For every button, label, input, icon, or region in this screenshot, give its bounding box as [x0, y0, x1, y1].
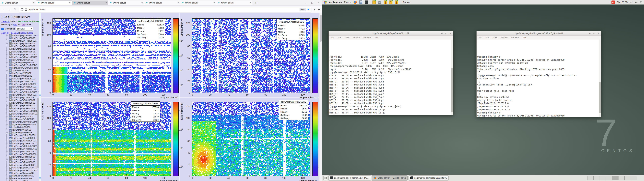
- applications-menu-icon[interactable]: [324, 1, 327, 4]
- taskbar-window-button[interactable]: Online server — Mozilla Firefox: [372, 176, 407, 180]
- tree-item[interactable]: lowEnergyExRateDSSD1: [6, 50, 39, 53]
- tab-close-icon[interactable]: ×: [214, 2, 215, 4]
- tree-item[interactable]: highEnergyXYDSSD3: [6, 131, 39, 134]
- terminal-launcher-icon[interactable]: >_: [365, 0, 368, 4]
- reload-link[interactable]: reload: [20, 32, 26, 34]
- url-bar[interactable]: localhost:8085 90% ★: [19, 7, 311, 12]
- tree-item[interactable]: lowEnergyEyYRate1sDSSD3: [6, 147, 39, 150]
- splitter-handle[interactable]: [39, 94, 41, 96]
- workspace-cell[interactable]: [612, 176, 618, 180]
- menu-item[interactable]: Edit: [338, 36, 341, 39]
- clear-link[interactable]: clear: [28, 32, 33, 34]
- workspace-cell[interactable]: [631, 176, 637, 180]
- tree-item[interactable]: lowEnergyEyYTotalDSSD3: [6, 153, 39, 155]
- tree-item[interactable]: lowEnergyEyYRate1sDSSD2: [6, 91, 39, 93]
- tree-item[interactable]: xyMultiplicityDSSD2: [6, 69, 39, 72]
- monitoring-checkbox[interactable]: ✓: [1, 28, 4, 30]
- workspace-cell[interactable]: [624, 176, 631, 180]
- minimize-button[interactable]: –: [589, 32, 590, 34]
- tree-item[interactable]: lowEnergyXYRateDSSD3: [6, 134, 39, 136]
- tree-item[interactable]: lowEnergyEyRate1sDSSD3: [6, 166, 39, 169]
- terminal-window-carme-sort[interactable]: npg@carme-gsi:~/Programs/CARME_Sort/buil…: [476, 31, 601, 117]
- tree-item[interactable]: lowEnergyXYDSSD2: [6, 72, 39, 74]
- tree-item[interactable]: lowEnergyExXTotalDSSD3: [6, 150, 39, 153]
- hamburger-menu-icon[interactable]: ≡: [318, 8, 320, 12]
- menu-item[interactable]: File: [479, 36, 482, 39]
- page-scrollbar[interactable]: [319, 14, 322, 181]
- tab-close-icon[interactable]: ×: [142, 2, 143, 4]
- input-method-icon[interactable]: ◆◇: [612, 0, 615, 4]
- tree-item[interactable]: lowEnergyExXRateDSSD2: [6, 82, 39, 85]
- menu-item[interactable]: Help: [522, 36, 527, 39]
- forward-icon[interactable]: →: [8, 8, 11, 11]
- close-all-link[interactable]: close all: [11, 32, 18, 34]
- menu-item[interactable]: Search: [353, 36, 360, 39]
- firefox-launcher-icon[interactable]: [354, 1, 357, 4]
- terminal-scrollbar[interactable]: [451, 40, 453, 115]
- tree-item[interactable]: highEnergyExEyDSSD2: [6, 61, 39, 64]
- tree-item[interactable]: lowEnergyEyTotalDSSD2: [6, 99, 39, 102]
- menu-item[interactable]: View: [492, 36, 497, 39]
- shield-icon[interactable]: [21, 8, 23, 11]
- applications-menu[interactable]: Applications: [329, 1, 342, 4]
- browser-tab[interactable]: Online server ×: [0, 0, 36, 5]
- minimize-button[interactable]: –: [441, 32, 442, 34]
- workspace-cell[interactable]: [594, 176, 600, 180]
- json-link[interactable]: json: [13, 23, 17, 26]
- tab-close-icon[interactable]: ×: [178, 2, 179, 4]
- tree-item[interactable]: lowEnergyEyRateDSSD2: [6, 104, 39, 107]
- tree-item[interactable]: lowEnergyXYRateDSSD2: [6, 77, 39, 80]
- tree-item[interactable]: highEnergyChannelADC: [6, 174, 39, 177]
- midas-app-icon[interactable]: M: [372, 0, 376, 4]
- volume-muted-icon[interactable]: [635, 1, 638, 4]
- tree-item[interactable]: lowEnergyExEyPairDSSD2: [6, 64, 39, 66]
- tree-item[interactable]: lowEnergyEyYRateDSSD2: [6, 85, 39, 88]
- layout-select[interactable]: grid 2x2: [16, 27, 33, 31]
- tree-item[interactable]: highEnergyExEyDSSD3: [6, 118, 39, 120]
- tree-item[interactable]: lowEnergyExRate1sDSSD3: [6, 169, 39, 172]
- tree-item[interactable]: lowEnergyExRate1sDSSD1: [6, 56, 39, 58]
- tree-item[interactable]: lowEnergyExEyDSSD3: [6, 115, 39, 118]
- tree-item[interactable]: highEnergyExEyDSSDPair3: [6, 123, 39, 126]
- close-button[interactable]: ×: [318, 2, 319, 4]
- terminal-titlebar[interactable]: npg@carme-gsi:~/Programs/CARME_Sort/buil…: [477, 31, 601, 36]
- menu-item[interactable]: Edit: [486, 36, 489, 39]
- file-manager-icon[interactable]: [359, 0, 362, 4]
- page-info-icon[interactable]: [25, 8, 27, 11]
- bookmark-star-icon[interactable]: ★: [307, 8, 310, 11]
- tree-item[interactable]: lowEnergyEyTotalDSSD3: [6, 155, 39, 158]
- close-button[interactable]: ×: [450, 32, 451, 34]
- tree-item[interactable]: lowEnergyEyYRateDSSD3: [6, 142, 39, 145]
- overflow-chevron-icon[interactable]: »: [314, 8, 316, 11]
- tree-item[interactable]: lowEnergyExXTotalDSSD1: [6, 37, 39, 40]
- jsroot-link[interactable]: JSROOT: [1, 20, 10, 22]
- maximize-button[interactable]: □: [594, 32, 595, 34]
- histogram-panel-dssd2[interactable]: Strip number (y) 020406080100120 0204060…: [41, 98, 180, 181]
- scrollbar-thumb[interactable]: [599, 82, 601, 113]
- tab-close-icon[interactable]: ×: [250, 2, 251, 4]
- clock[interactable]: Tue 05:35: [617, 1, 628, 4]
- tree-item[interactable]: lowEnergyHitPattern: [6, 180, 39, 181]
- tree-item[interactable]: lowEnergyExRateDSSD3: [6, 164, 39, 166]
- active-app-name[interactable]: Firefox: [403, 1, 410, 4]
- screenshot-app-icon[interactable]: [378, 1, 381, 4]
- tree-item[interactable]: highEnergyExEyDSSDPair2: [6, 66, 39, 69]
- browser-tab[interactable]: Online server ×: [180, 0, 216, 5]
- tree-item[interactable]: lowEnergyEyTotalDSSD1: [6, 42, 39, 45]
- tree-item[interactable]: highEnergyXYDSSD2: [6, 74, 39, 77]
- tree-item[interactable]: lowEnergyExXRate1sDSSD3: [6, 145, 39, 147]
- tree-item[interactable]: lowEnergyEyRateDSSD3: [6, 161, 39, 164]
- midas-app-icon[interactable]: M: [389, 0, 392, 4]
- maximize-button[interactable]: □: [312, 2, 313, 4]
- terminal-scrollbar[interactable]: [599, 40, 601, 117]
- menu-item[interactable]: View: [345, 36, 349, 39]
- tree-item[interactable]: lowEnergyXYTotalDSSD3: [6, 136, 39, 139]
- workspace-cell[interactable]: [618, 176, 624, 180]
- browser-tab[interactable]: Online server ×: [108, 0, 144, 5]
- taskbar-window-button[interactable]: npg@carme-gsi:/TapeData/G22-201: [408, 176, 448, 180]
- close-button[interactable]: ×: [598, 32, 599, 34]
- tab-close-icon[interactable]: ×: [69, 2, 70, 4]
- tree-item[interactable]: deltaCorrelationScaler: [6, 177, 39, 180]
- back-icon[interactable]: ←: [2, 8, 5, 11]
- tree-item[interactable]: lowEnergyEyYRate1sDSSD1: [6, 34, 39, 37]
